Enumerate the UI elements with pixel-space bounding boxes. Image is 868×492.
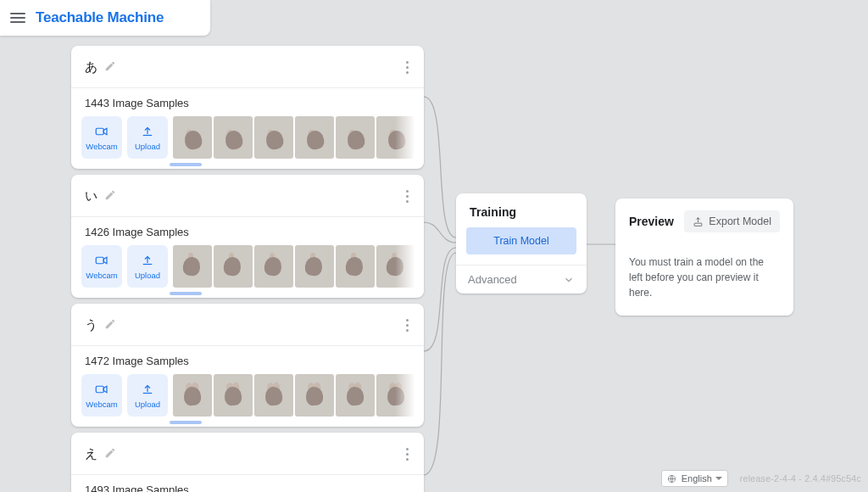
svg-rect-2 bbox=[96, 386, 103, 393]
sample-thumbnails[interactable] bbox=[173, 116, 414, 159]
release-tag: release-2-4-4 - 2.4.4#95c54c bbox=[740, 473, 861, 484]
training-heading: Training bbox=[456, 193, 587, 227]
preview-heading: Preview bbox=[629, 215, 674, 228]
class-menu-icon[interactable] bbox=[403, 58, 412, 77]
pencil-icon[interactable] bbox=[104, 318, 116, 333]
training-panel: Training Train Model Advanced bbox=[456, 193, 587, 294]
webcam-button[interactable]: Webcam bbox=[81, 374, 122, 417]
preview-panel: Preview Export Model You must train a mo… bbox=[615, 198, 793, 316]
class-name[interactable]: い bbox=[85, 188, 97, 204]
upload-label: Upload bbox=[135, 142, 160, 151]
globe-icon bbox=[667, 474, 676, 484]
class-name[interactable]: え bbox=[85, 446, 97, 462]
thumbnail-scrollbar[interactable] bbox=[170, 421, 202, 424]
advanced-label: Advanced bbox=[468, 273, 517, 286]
app-title: Teachable Machine bbox=[36, 9, 164, 26]
export-icon bbox=[693, 216, 704, 227]
class-menu-icon[interactable] bbox=[403, 187, 412, 206]
samples-count: 1426 Image Samples bbox=[71, 217, 424, 245]
chevron-down-icon bbox=[563, 274, 575, 286]
class-card: あ 1443 Image Samples Webcam Upload bbox=[71, 46, 424, 169]
language-select[interactable]: English bbox=[661, 470, 728, 487]
samples-count: 1472 Image Samples bbox=[71, 346, 424, 374]
svg-rect-3 bbox=[695, 223, 703, 226]
class-menu-icon[interactable] bbox=[403, 316, 412, 335]
language-label: English bbox=[682, 473, 712, 484]
samples-count: 1443 Image Samples bbox=[71, 88, 424, 116]
pencil-icon[interactable] bbox=[104, 447, 116, 462]
upload-button[interactable]: Upload bbox=[127, 116, 168, 159]
thumbnail-scrollbar[interactable] bbox=[170, 292, 202, 295]
export-label: Export Model bbox=[709, 215, 771, 227]
webcam-button[interactable]: Webcam bbox=[81, 245, 122, 288]
menu-icon[interactable] bbox=[10, 13, 25, 23]
webcam-button[interactable]: Webcam bbox=[81, 116, 122, 159]
brand-bar: Teachable Machine bbox=[0, 0, 210, 36]
class-card: う 1472 Image Samples Webcam Upload bbox=[71, 304, 424, 427]
class-menu-icon[interactable] bbox=[403, 444, 412, 464]
class-name[interactable]: あ bbox=[85, 59, 97, 75]
class-name[interactable]: う bbox=[85, 317, 97, 333]
class-card: え 1493 Image Samples bbox=[71, 433, 424, 492]
samples-count: 1493 Image Samples bbox=[71, 475, 424, 492]
svg-rect-0 bbox=[96, 128, 103, 135]
svg-rect-1 bbox=[96, 257, 103, 264]
webcam-label: Webcam bbox=[86, 142, 117, 151]
pencil-icon[interactable] bbox=[104, 60, 116, 75]
thumbnail-scrollbar[interactable] bbox=[170, 163, 202, 166]
footer: English release-2-4-4 - 2.4.4#95c54c bbox=[661, 470, 861, 487]
upload-button[interactable]: Upload bbox=[127, 245, 168, 288]
upload-button[interactable]: Upload bbox=[127, 374, 168, 417]
train-model-button[interactable]: Train Model bbox=[466, 227, 576, 254]
advanced-toggle[interactable]: Advanced bbox=[456, 265, 587, 294]
pencil-icon[interactable] bbox=[104, 189, 116, 204]
sample-thumbnails[interactable] bbox=[173, 245, 414, 288]
preview-message: You must train a model on the left befor… bbox=[629, 254, 780, 300]
export-model-button[interactable]: Export Model bbox=[684, 210, 780, 232]
sample-thumbnails[interactable] bbox=[173, 374, 414, 417]
class-card: い 1426 Image Samples Webcam Upload bbox=[71, 175, 424, 298]
